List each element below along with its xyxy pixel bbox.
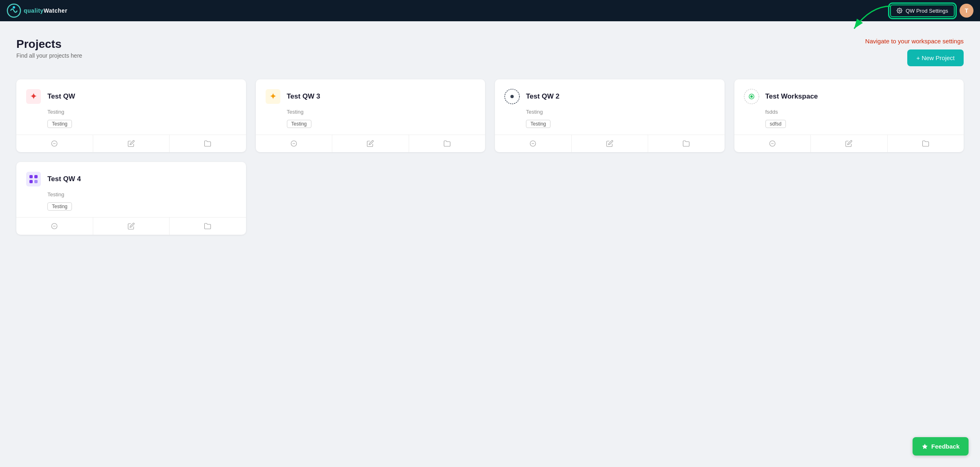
- project-card-test-qw-4: Test QW 4 Testing Testing: [16, 162, 246, 235]
- svg-rect-25: [34, 180, 38, 183]
- project-card-header: Test QW 2: [503, 88, 716, 106]
- svg-rect-21: [26, 172, 41, 186]
- project-card-body: ✦ Test QW 3 Testing Testing: [256, 79, 486, 135]
- svg-point-1: [13, 6, 15, 9]
- projects-grid-row2: Test QW 4 Testing Testing: [16, 162, 964, 235]
- open-button[interactable]: [409, 135, 486, 152]
- project-card-header: ✦ Test QW 3: [264, 88, 477, 106]
- logo: qualityWatcher: [7, 3, 67, 18]
- project-card-body: Test QW 4 Testing Testing: [16, 162, 246, 217]
- logo-text: qualityWatcher: [24, 7, 67, 14]
- page-title: Projects: [16, 38, 82, 51]
- project-card-footer: [16, 217, 246, 235]
- project-desc: Testing: [25, 191, 238, 198]
- edit-icon: [367, 140, 374, 147]
- page-title-area: Projects Find all your projects here: [16, 38, 82, 59]
- project-desc: Testing: [25, 109, 238, 115]
- delete-button[interactable]: [734, 135, 811, 152]
- folder-open-icon: [443, 140, 451, 147]
- edit-icon: [128, 140, 135, 147]
- svg-marker-28: [922, 444, 927, 449]
- edit-button[interactable]: [811, 135, 888, 152]
- avatar-initial: T: [965, 7, 969, 14]
- minus-circle-icon: [51, 140, 58, 147]
- delete-button[interactable]: [16, 135, 93, 152]
- project-card-body: ✦ Test QW Testing Testing: [16, 79, 246, 135]
- project-card-test-qw-2: Test QW 2 Testing Testing: [495, 79, 725, 152]
- new-project-label: + New Project: [916, 54, 955, 61]
- project-name: Test Workspace: [765, 92, 818, 101]
- feedback-label: Feedback: [931, 443, 960, 450]
- project-icon-test-qw-2: [503, 88, 521, 106]
- minus-circle-icon: [290, 140, 298, 147]
- svg-point-13: [510, 95, 514, 98]
- svg-text:✦: ✦: [30, 91, 37, 101]
- gear-icon: [897, 8, 902, 13]
- star-icon: [922, 443, 928, 450]
- svg-rect-22: [29, 175, 33, 178]
- minus-circle-icon: [51, 222, 58, 230]
- edit-icon: [606, 140, 613, 147]
- project-icon-test-workspace: [743, 88, 761, 106]
- project-icon-test-qw: ✦: [25, 88, 43, 106]
- edit-button[interactable]: [572, 135, 649, 152]
- project-card-footer: [495, 135, 725, 152]
- edit-button[interactable]: [93, 135, 170, 152]
- header-actions: QW Prod Settings T: [890, 4, 973, 18]
- project-tag: sdfsd: [765, 120, 786, 128]
- open-button[interactable]: [888, 135, 964, 152]
- project-tag: Testing: [526, 120, 550, 128]
- project-card-header: Test QW 4: [25, 170, 238, 188]
- project-card-test-workspace: Test Workspace fsdds sdfsd: [734, 79, 964, 152]
- page-header: Projects Find all your projects here Nav…: [16, 38, 964, 66]
- edit-button[interactable]: [93, 218, 170, 235]
- project-card-body: Test QW 2 Testing Testing: [495, 79, 725, 135]
- settings-label: QW Prod Settings: [906, 8, 948, 14]
- project-desc: Testing: [503, 109, 716, 115]
- avatar-button[interactable]: T: [960, 4, 973, 18]
- feedback-button[interactable]: Feedback: [913, 437, 969, 456]
- svg-rect-23: [34, 175, 38, 178]
- open-button[interactable]: [170, 218, 246, 235]
- svg-point-2: [899, 10, 900, 11]
- project-card-footer: [734, 135, 964, 152]
- open-button[interactable]: [170, 135, 246, 152]
- project-icon-test-qw-4: [25, 170, 43, 188]
- minus-circle-icon: [529, 140, 537, 147]
- page-subtitle: Find all your projects here: [16, 52, 82, 59]
- project-tag: Testing: [47, 120, 72, 128]
- page-actions: Navigate to your workspace settings + Ne…: [865, 38, 964, 66]
- edit-button[interactable]: [332, 135, 409, 152]
- project-icon-test-qw-3: ✦: [264, 88, 282, 106]
- new-project-button[interactable]: + New Project: [907, 49, 964, 66]
- folder-open-icon: [204, 140, 211, 147]
- project-card-test-qw: ✦ Test QW Testing Testing: [16, 79, 246, 152]
- app-header: qualityWatcher QW Prod Settings T: [0, 0, 980, 21]
- delete-button[interactable]: [256, 135, 333, 152]
- project-name: Test QW: [47, 92, 75, 101]
- edit-icon: [845, 140, 852, 147]
- project-tag: Testing: [47, 202, 72, 211]
- project-name: Test QW 2: [526, 92, 559, 101]
- edit-icon: [128, 222, 135, 230]
- project-card-footer: [16, 135, 246, 152]
- settings-button[interactable]: QW Prod Settings: [890, 4, 955, 17]
- delete-button[interactable]: [495, 135, 572, 152]
- svg-point-18: [750, 95, 753, 98]
- project-card-header: ✦ Test QW: [25, 88, 238, 106]
- project-desc: fsdds: [743, 109, 956, 115]
- project-tag: Testing: [287, 120, 311, 128]
- folder-open-icon: [682, 140, 690, 147]
- project-desc: Testing: [264, 109, 477, 115]
- svg-text:✦: ✦: [269, 91, 277, 101]
- folder-open-icon: [204, 222, 211, 230]
- svg-rect-24: [29, 180, 33, 183]
- project-name: Test QW 3: [287, 92, 320, 101]
- project-name: Test QW 4: [47, 175, 81, 183]
- open-button[interactable]: [648, 135, 725, 152]
- main-content: Projects Find all your projects here Nav…: [0, 21, 980, 251]
- projects-grid-row1: ✦ Test QW Testing Testing: [16, 79, 964, 152]
- delete-button[interactable]: [16, 218, 93, 235]
- project-card-test-qw-3: ✦ Test QW 3 Testing Testing: [256, 79, 486, 152]
- logo-icon: [7, 3, 21, 18]
